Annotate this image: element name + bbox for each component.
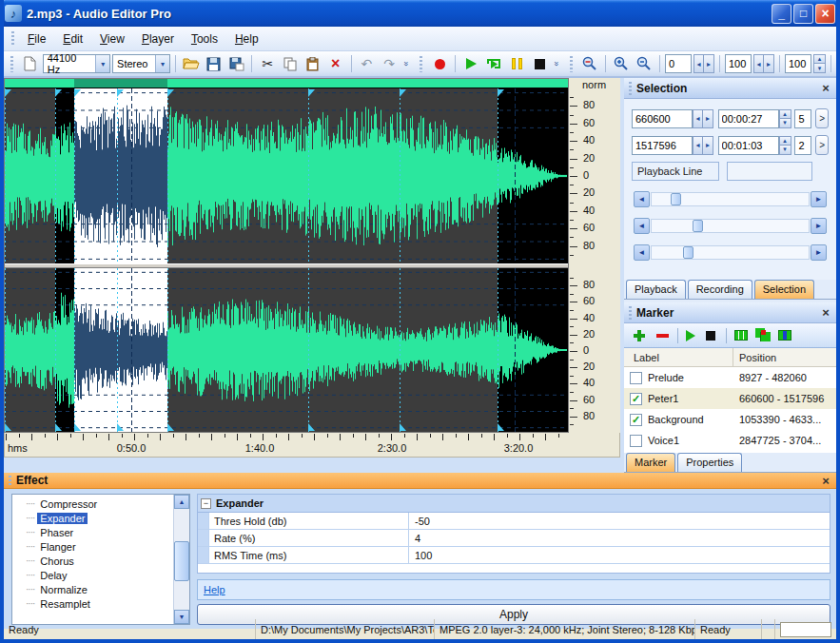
selection-start-time-field[interactable] [718,109,779,128]
record-button[interactable] [429,53,450,74]
copy-button[interactable] [280,53,301,74]
tab-recording[interactable]: Recording [688,280,752,299]
close-button[interactable]: × [815,4,835,24]
slider-left-arrow[interactable]: ◄ [634,191,650,207]
start-time-spin-down[interactable]: ▾ [779,119,791,128]
timeline-ruler[interactable]: hms 0:50.01:40.02:30.03:20.0 [4,433,620,458]
play-marker-button[interactable] [686,330,695,341]
pause-button[interactable] [506,53,527,74]
effect-item-resamplet[interactable]: ····Resamplet [12,596,173,611]
selection-slider-1[interactable]: ◄ ► [634,191,827,207]
left-speaker-toggle[interactable] [836,53,840,74]
toolbar-overflow-chevron[interactable]: » [396,59,417,68]
selection-slider-3[interactable]: ◄ ► [634,244,827,261]
slider-track[interactable] [651,192,810,206]
save-all-button[interactable] [226,53,247,74]
marker-row-voice1[interactable]: Voice12847725 - 3704... [624,430,836,451]
scroll-up-button[interactable]: ▲ [174,495,189,509]
zoom-spin-left[interactable]: ◂ [753,54,764,73]
new-file-button[interactable] [20,53,41,74]
property-value[interactable]: 4 [409,533,830,544]
zoom-field[interactable] [725,54,752,73]
dropdown-arrow-icon[interactable]: ▾ [95,55,109,72]
start-time-spin-up[interactable]: ▴ [779,109,791,119]
effect-panel-close-button[interactable]: × [818,473,833,488]
maximize-button[interactable]: □ [793,4,813,24]
end-time-spin-down[interactable]: ▾ [779,146,791,155]
slider-left-arrow[interactable]: ◄ [634,218,650,234]
add-marker-button[interactable] [632,328,647,343]
loop-play-button[interactable] [483,53,504,74]
cut-button[interactable]: ✂ [257,53,278,74]
panel-grip[interactable] [628,305,633,320]
marker-row-peter1[interactable]: ✓Peter1660600 - 1517596 [624,388,836,409]
menu-tools[interactable]: Tools [183,29,226,49]
selection-start-frame-field[interactable] [794,109,811,128]
channel-mode-select[interactable]: Stereo▾ [112,54,170,73]
marker-checkbox[interactable]: ✓ [630,393,642,405]
selection-slider-2[interactable]: ◄ ► [634,218,827,234]
zoom-in-button[interactable] [611,53,632,74]
marker-checkbox[interactable] [630,372,642,384]
sample-rate-select[interactable]: 44100 Hz▾ [43,54,110,73]
minimize-button[interactable]: _ [772,4,791,24]
panel-grip[interactable] [8,475,12,485]
start-sample-spin-left[interactable]: ◂ [693,109,703,128]
tab-selection[interactable]: Selection [754,280,814,299]
effect-item-expander[interactable]: ····Expander [12,511,173,525]
tab-playback[interactable]: Playback [626,280,686,299]
overview-strip[interactable] [5,79,568,88]
effect-item-flanger[interactable]: ····Flanger [12,539,173,554]
panel-grip[interactable] [628,81,633,95]
merge-marker-button[interactable] [755,328,771,343]
volume-spin-up[interactable]: ▴ [813,54,826,64]
toolbar-grip[interactable] [10,55,14,72]
selection-end-time-field[interactable] [718,136,779,155]
play-button[interactable] [460,53,481,74]
slider-thumb[interactable] [693,220,703,232]
effect-item-compressor[interactable]: ····Compressor [12,497,173,511]
end-sample-spin-right[interactable]: ▸ [703,136,713,155]
marker-checkbox[interactable]: ✓ [630,414,642,426]
volume-spin-down[interactable]: ▾ [813,64,826,73]
effect-item-delay[interactable]: ····Delay [12,568,173,582]
slider-left-arrow[interactable]: ◄ [634,244,650,261]
save-button[interactable] [204,53,225,74]
selection-end-sample-field[interactable] [632,136,693,155]
position-spin-right[interactable]: ▸ [704,54,714,73]
selection-panel-close-button[interactable]: × [818,81,833,96]
position-spin-left[interactable]: ◂ [693,54,704,73]
marker-row-background[interactable]: ✓Background1053390 - 4633... [624,409,836,430]
menu-view[interactable]: View [91,29,133,49]
effect-item-phaser[interactable]: ····Phaser [12,525,173,539]
slider-right-arrow[interactable]: ► [811,191,827,207]
menu-edit[interactable]: Edit [54,29,91,49]
undo-button[interactable]: ↶ [357,53,378,74]
effect-item-normalize[interactable]: ····Normalize [12,582,173,596]
zoom-out-button[interactable] [634,53,654,74]
selection-start-sample-field[interactable] [632,109,693,128]
position-field[interactable] [665,54,692,73]
zoom-selection-button[interactable] [579,53,600,74]
slider-track[interactable] [651,245,810,260]
toolbar-grip[interactable] [419,55,423,72]
stop-marker-button[interactable] [703,328,718,343]
delete-button[interactable]: × [325,53,346,74]
marker-row-prelude[interactable]: Prelude8927 - 482060 [624,367,836,388]
dropdown-arrow-icon[interactable]: ▾ [155,55,169,72]
marker-panel-close-button[interactable]: × [818,305,833,321]
slider-track[interactable] [651,219,810,233]
scroll-thumb[interactable] [174,541,189,581]
open-button[interactable] [181,53,202,74]
end-time-spin-up[interactable]: ▴ [779,136,791,146]
property-value[interactable]: 100 [409,550,830,561]
column-position[interactable]: Position [733,352,836,363]
scroll-track[interactable] [174,509,189,610]
menu-help[interactable]: Help [226,29,267,49]
marker-checkbox[interactable] [630,435,642,447]
effect-item-chorus[interactable]: ····Chorus [12,554,173,568]
menu-file[interactable]: File [19,29,54,49]
overview-selection[interactable] [74,79,167,88]
slider-thumb[interactable] [683,246,693,259]
zoom-spin-right[interactable]: ▸ [764,54,774,73]
